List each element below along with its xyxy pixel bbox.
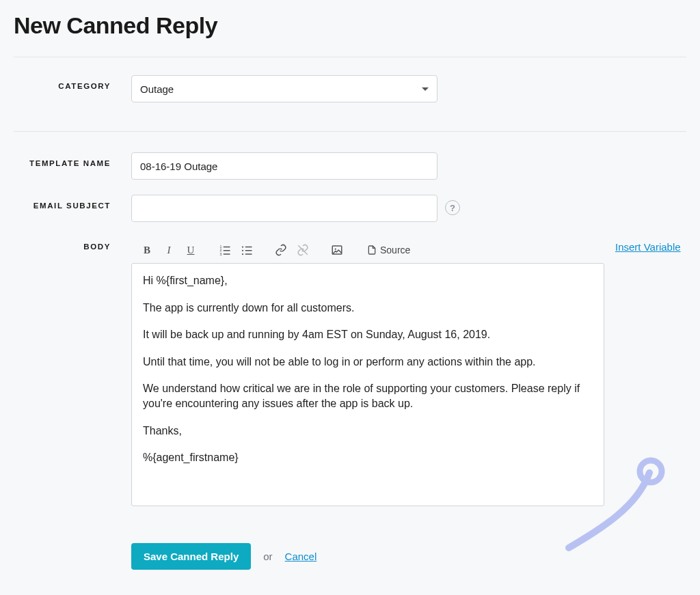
- insert-variable-link[interactable]: Insert Variable: [615, 241, 681, 253]
- svg-text:3: 3: [220, 252, 222, 256]
- bold-icon[interactable]: B: [138, 241, 156, 259]
- body-paragraph: We understand how critical we are in the…: [143, 381, 593, 411]
- body-paragraph: %{agent_firstname}: [143, 450, 593, 465]
- underline-icon[interactable]: U: [182, 241, 200, 259]
- svg-point-6: [242, 246, 243, 247]
- body-paragraph: It will be back up and running by 4am ES…: [143, 327, 593, 342]
- category-select-value: Outage: [140, 83, 174, 95]
- page-title: New Canned Reply: [14, 12, 686, 39]
- body-paragraph: Hi %{first_name},: [143, 273, 593, 288]
- divider: [14, 57, 686, 57]
- source-button[interactable]: Source: [362, 241, 414, 259]
- italic-icon[interactable]: I: [160, 241, 178, 259]
- body-paragraph: The app is currently down for all custom…: [143, 301, 593, 316]
- cancel-link[interactable]: Cancel: [285, 551, 317, 562]
- help-icon[interactable]: ?: [445, 200, 460, 215]
- body-label: BODY: [14, 237, 131, 251]
- editor-toolbar: B I U 123: [131, 237, 604, 263]
- category-select[interactable]: Outage: [131, 75, 438, 102]
- link-icon[interactable]: [272, 241, 290, 259]
- source-button-label: Source: [380, 245, 410, 255]
- email-subject-label: EMAIL SUBJECT: [14, 195, 131, 210]
- email-subject-input[interactable]: [131, 195, 438, 222]
- svg-point-8: [242, 250, 243, 251]
- unordered-list-icon[interactable]: [238, 241, 256, 259]
- divider: [14, 131, 686, 132]
- or-text: or: [263, 551, 272, 562]
- body-editor[interactable]: Hi %{first_name},The app is currently do…: [131, 263, 604, 506]
- chevron-down-icon: [422, 87, 429, 91]
- image-icon[interactable]: [328, 241, 346, 259]
- template-name-label: TEMPLATE NAME: [14, 152, 131, 167]
- category-label: CATEGORY: [14, 75, 131, 90]
- template-name-input[interactable]: [131, 152, 438, 180]
- body-paragraph: Thanks,: [143, 424, 593, 439]
- save-button[interactable]: Save Canned Reply: [131, 543, 251, 570]
- svg-point-14: [335, 248, 336, 249]
- ordered-list-icon[interactable]: 123: [216, 241, 234, 259]
- unlink-icon[interactable]: [294, 241, 312, 259]
- svg-point-10: [242, 253, 243, 255]
- body-paragraph: Until that time, you will not be able to…: [143, 355, 593, 370]
